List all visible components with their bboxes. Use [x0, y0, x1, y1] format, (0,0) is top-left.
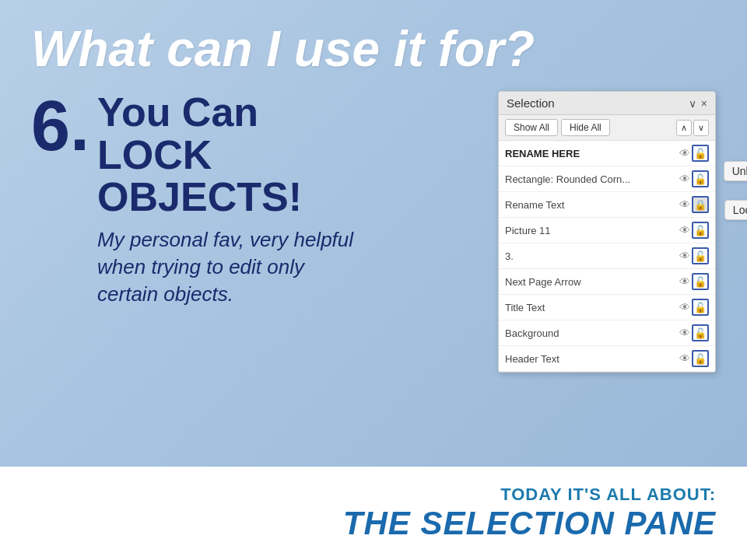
left-section: 6. You Can LOCK OBJECTS! My personal fav…	[31, 91, 475, 308]
panel-item[interactable]: 3.👁🔓	[499, 243, 715, 269]
lock-icon-box[interactable]: 🔓	[692, 299, 709, 316]
lock-icon-box[interactable]: 🔓	[692, 222, 709, 239]
left-text: You Can LOCK OBJECTS! My personal fav, v…	[97, 91, 475, 308]
item-icons: 👁🔓	[679, 222, 709, 239]
eye-icon[interactable]: 👁	[679, 224, 690, 236]
panel-title-text: Selection	[507, 96, 555, 110]
point-number: 6.	[31, 91, 89, 161]
main-area: What can I use it for? 6. You Can LOCK O…	[0, 0, 747, 467]
bottom-text: TODAY IT'S ALL ABOUT: THE SELECTION PANE	[343, 485, 716, 542]
eye-icon[interactable]: 👁	[679, 173, 690, 185]
eye-icon[interactable]: 👁	[679, 147, 690, 159]
lock-icon-box[interactable]: 🔓	[692, 145, 709, 162]
eye-icon[interactable]: 👁	[679, 327, 690, 339]
bottom-bar: TODAY IT'S ALL ABOUT: THE SELECTION PANE	[0, 467, 747, 560]
lock-icon-box[interactable]: 🔓	[692, 170, 709, 187]
item-icons: 👁🔓	[679, 350, 709, 367]
item-name: Title Text	[505, 302, 679, 313]
panel-item[interactable]: Background👁🔓	[499, 320, 715, 346]
lock-title: You Can LOCK OBJECTS!	[97, 91, 475, 219]
eye-icon[interactable]: 👁	[679, 301, 690, 313]
panel-item[interactable]: Header Text👁🔓	[499, 346, 715, 372]
panel-title-controls: ∨ ×	[689, 97, 707, 110]
down-arrow-button[interactable]: ∨	[693, 120, 709, 136]
lock-title-line2: LOCK	[97, 132, 212, 177]
item-name: Rename Text	[505, 199, 679, 211]
description: My personal fav, very helpful when tryin…	[97, 226, 370, 308]
item-name: Background	[505, 327, 679, 339]
lock-title-line3: OBJECTS!	[97, 174, 302, 219]
up-arrow-button[interactable]: ∧	[676, 120, 692, 136]
lock-title-line1: You Can	[97, 89, 258, 135]
panel-close[interactable]: ×	[701, 97, 707, 110]
eye-icon[interactable]: 👁	[679, 250, 690, 262]
right-section: Selection ∨ × Show All Hide All ∧ ∨ RENA…	[498, 91, 716, 373]
item-icons: 👁🔓	[679, 299, 709, 316]
content-row: 6. You Can LOCK OBJECTS! My personal fav…	[31, 91, 716, 373]
panel-chevron[interactable]: ∨	[689, 97, 696, 110]
panel-item[interactable]: Next Page Arrow👁🔓	[499, 269, 715, 295]
panel-item[interactable]: RENAME HERE👁🔓	[499, 141, 715, 166]
lock-icon-box[interactable]: 🔒	[692, 196, 709, 213]
item-name: Next Page Arrow	[505, 276, 679, 288]
item-icons: 👁🔓	[679, 247, 709, 264]
panel-items: RENAME HERE👁🔓Rectangle: Rounded Corn...👁…	[499, 141, 715, 372]
panel-titlebar: Selection ∨ ×	[499, 92, 715, 115]
item-icons: 👁🔒	[679, 196, 709, 213]
hide-all-button[interactable]: Hide All	[561, 119, 610, 136]
item-name: 3.	[505, 250, 679, 262]
lock-icon-box[interactable]: 🔓	[692, 247, 709, 264]
selection-panel: Selection ∨ × Show All Hide All ∧ ∨ RENA…	[498, 91, 716, 373]
eye-icon[interactable]: 👁	[679, 198, 690, 211]
locked-badge: Locked	[724, 200, 747, 220]
unlocked-badge: Unlocked	[724, 161, 747, 181]
lock-icon-box[interactable]: 🔓	[692, 350, 709, 367]
panel-item[interactable]: Rectangle: Rounded Corn...👁🔓	[499, 166, 715, 192]
bottom-title: THE SELECTION PANE	[343, 505, 716, 542]
item-name: Header Text	[505, 353, 679, 365]
eye-icon[interactable]: 👁	[679, 275, 690, 288]
lock-icon-box[interactable]: 🔓	[692, 273, 709, 290]
panel-buttons-row: Show All Hide All ∧ ∨	[499, 115, 715, 141]
item-icons: 👁🔓	[679, 273, 709, 290]
headline: What can I use it for?	[31, 23, 716, 75]
number-badge: 6.	[31, 91, 89, 161]
panel-item[interactable]: Picture 11👁🔓	[499, 218, 715, 243]
item-icons: 👁🔓	[679, 324, 709, 341]
item-name: RENAME HERE	[505, 148, 679, 159]
panel-item[interactable]: Title Text👁🔓	[499, 295, 715, 320]
item-icons: 👁🔓	[679, 145, 709, 162]
panel-item[interactable]: Rename Text👁🔒	[499, 192, 715, 218]
item-name: Picture 11	[505, 225, 679, 236]
bottom-label: TODAY IT'S ALL ABOUT:	[343, 485, 716, 505]
eye-icon[interactable]: 👁	[679, 352, 690, 365]
lock-icon-box[interactable]: 🔓	[692, 324, 709, 341]
item-icons: 👁🔓	[679, 170, 709, 187]
item-name: Rectangle: Rounded Corn...	[505, 173, 679, 185]
panel-arrows: ∧ ∨	[676, 120, 709, 136]
show-all-button[interactable]: Show All	[505, 119, 558, 136]
